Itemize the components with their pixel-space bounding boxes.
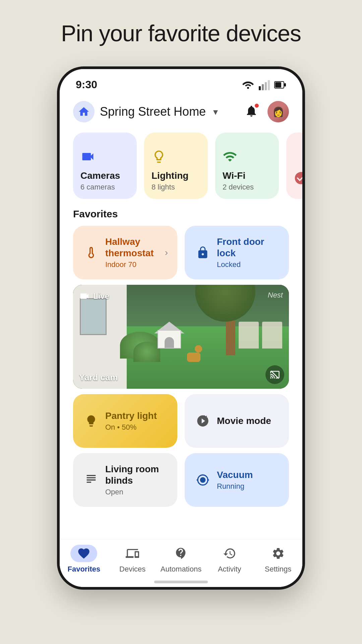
thermostat-name: Hallway thermostat — [105, 236, 160, 259]
home-indicator — [60, 580, 302, 587]
cameras-sub: 6 cameras — [80, 183, 129, 192]
heart-icon — [77, 547, 90, 560]
lighting-icon — [152, 149, 200, 165]
svg-rect-4 — [268, 80, 270, 90]
favorites-row: Hallway thermostat Indoor 70 › Front doo… — [60, 223, 302, 282]
nav-automations-icon-wrap — [168, 545, 194, 562]
notifications-button[interactable] — [245, 104, 258, 119]
nav-settings-label: Settings — [265, 565, 292, 574]
house-window — [80, 298, 107, 335]
svg-rect-3 — [265, 82, 267, 90]
nav-activity[interactable]: Activity — [205, 545, 254, 574]
category-cameras[interactable]: Cameras 6 cameras — [73, 132, 137, 199]
thermostat-card[interactable]: Hallway thermostat Indoor 70 › — [73, 226, 177, 279]
camera-live-label: Live — [79, 291, 109, 302]
dog-body — [187, 353, 200, 362]
nav-devices[interactable]: Devices — [108, 545, 157, 574]
notification-dot — [254, 103, 259, 108]
status-time: 9:30 — [76, 78, 97, 91]
categories-row: Cameras 6 cameras Lighting 8 lights — [60, 129, 302, 202]
nav-devices-icon-wrap — [119, 545, 146, 562]
automations-icon — [174, 547, 188, 560]
nav-settings[interactable]: Settings — [254, 545, 302, 574]
pantry-icon — [82, 412, 100, 430]
camera-name: Yard cam — [79, 372, 118, 383]
home-selector[interactable]: Spring Street Home ▾ — [73, 101, 218, 122]
thermostat-chevron: › — [165, 247, 168, 258]
signal-icon — [258, 79, 270, 91]
svg-point-0 — [247, 87, 249, 89]
nav-favorites[interactable]: Favorites — [60, 545, 108, 574]
dog-house — [154, 322, 184, 348]
live-text: Live — [93, 291, 109, 301]
blinds-card[interactable]: Living room blinds Open — [73, 453, 177, 507]
devices-icon — [126, 547, 139, 560]
nav-devices-label: Devices — [119, 565, 145, 574]
movie-info: Movie mode — [217, 415, 280, 427]
thermostat-info: Hallway thermostat Indoor 70 — [105, 236, 160, 269]
lighting-sub: 8 lights — [152, 183, 200, 192]
extra-icon — [294, 171, 302, 187]
battery-icon — [274, 79, 286, 91]
blinds-info: Living room blinds Open — [105, 464, 168, 496]
home-name: Spring Street Home — [100, 105, 206, 119]
svg-rect-7 — [284, 83, 286, 87]
movie-icon — [194, 412, 212, 430]
category-wifi[interactable]: Wi-Fi 2 devices — [215, 132, 279, 199]
app-header: Spring Street Home ▾ 👩 — [60, 94, 302, 129]
nav-activity-icon-wrap — [216, 545, 243, 562]
svg-rect-2 — [262, 84, 264, 90]
camera-feed[interactable]: Live Nest Yard cam — [73, 285, 289, 389]
pantry-info: Pantry light On • 50% — [105, 410, 168, 432]
home-icon-bg — [73, 101, 95, 122]
status-icons — [242, 79, 286, 91]
dog-house-door — [165, 337, 174, 348]
vacuum-card[interactable]: Vacuum Running — [185, 453, 289, 507]
pantry-status: On • 50% — [105, 423, 168, 432]
vacuum-icon — [194, 471, 212, 489]
home-indicator-bar — [154, 581, 208, 583]
thermostat-status: Indoor 70 — [105, 260, 160, 269]
category-lighting[interactable]: Lighting 8 lights — [144, 132, 208, 199]
wifi-sub: 2 devices — [223, 183, 272, 192]
dog-figure — [185, 345, 202, 362]
svg-point-10 — [200, 477, 206, 483]
bottom-nav: Favorites Devices Automations — [60, 539, 302, 580]
lock-icon — [194, 244, 212, 261]
camera-icon — [79, 291, 90, 302]
dog-head — [195, 345, 202, 353]
svg-rect-1 — [259, 86, 261, 90]
thermostat-icon — [82, 244, 100, 261]
vacuum-status: Running — [217, 482, 280, 491]
movie-card[interactable]: Movie mode — [185, 394, 289, 448]
vacuum-name: Vacuum — [217, 469, 280, 481]
category-extra[interactable] — [286, 132, 302, 199]
chair-1 — [262, 322, 282, 348]
lock-card[interactable]: Front door lock Locked — [185, 226, 289, 279]
dog-house-body — [158, 330, 181, 348]
header-actions: 👩 — [245, 101, 289, 122]
wifi-name: Wi-Fi — [223, 170, 272, 181]
pantry-card[interactable]: Pantry light On • 50% — [73, 394, 177, 448]
lock-name: Front door lock — [217, 236, 280, 259]
cameras-icon — [80, 149, 129, 165]
blinds-icon — [82, 471, 100, 489]
lock-info: Front door lock Locked — [217, 236, 280, 269]
app-content: Spring Street Home ▾ 👩 — [60, 94, 302, 587]
wifi-icon — [223, 149, 272, 165]
no-cast-button[interactable] — [265, 365, 284, 384]
avatar[interactable]: 👩 — [267, 101, 289, 122]
blinds-name: Living room blinds — [105, 464, 168, 486]
wifi-signal-icon — [242, 79, 254, 91]
spacer — [60, 507, 302, 539]
movie-name: Movie mode — [217, 415, 280, 427]
lock-status: Locked — [217, 260, 280, 269]
settings-icon — [272, 547, 285, 560]
svg-rect-6 — [275, 82, 281, 88]
nav-automations[interactable]: Automations — [157, 545, 205, 574]
more-favorites-row: Pantry light On • 50% Movie mode — [60, 391, 302, 450]
page-title: Pin your favorite devices — [61, 20, 301, 46]
blinds-status: Open — [105, 488, 168, 496]
activity-icon — [223, 547, 236, 560]
lighting-name: Lighting — [152, 170, 200, 181]
